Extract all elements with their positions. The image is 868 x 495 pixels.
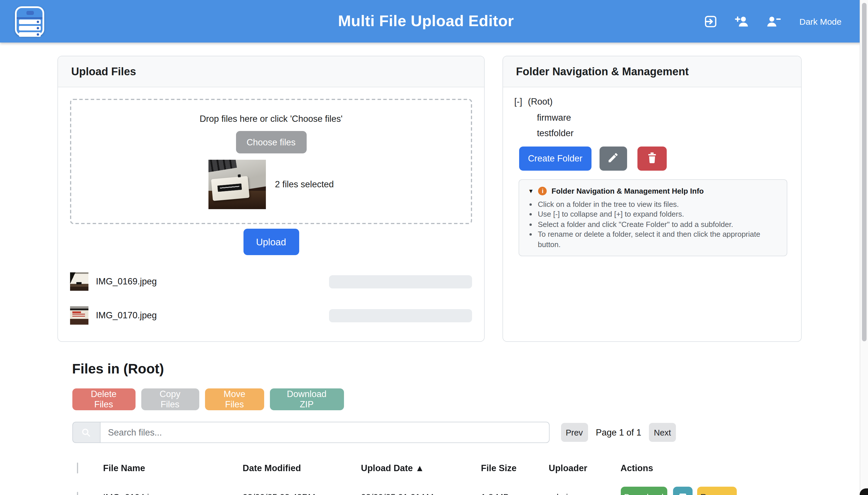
- rename-button[interactable]: Rename: [697, 487, 737, 495]
- info-icon: i: [538, 186, 547, 195]
- row-file-name: IMG_0194.jpeg: [99, 492, 238, 495]
- col-uploader[interactable]: Uploader: [544, 463, 616, 474]
- delete-files-button[interactable]: Delete Files: [72, 388, 135, 410]
- bulk-actions-row: Delete Files Copy Files Move Files Downl…: [72, 388, 344, 410]
- choose-files-button[interactable]: Choose files: [236, 131, 306, 153]
- tree-item-firmware[interactable]: firmware: [537, 109, 801, 125]
- files-table: File Name Date Modified Upload Date ▲ Fi…: [72, 457, 802, 495]
- add-user-icon[interactable]: [734, 14, 749, 29]
- queued-file-name: IMG_0170.jpeg: [96, 310, 157, 321]
- tree-item-root[interactable]: (Root): [528, 97, 553, 106]
- page-scrollbar-track[interactable]: [860, 0, 868, 495]
- upload-files-card: Upload Files Drop files here or click 'C…: [57, 56, 485, 342]
- help-bullet: Use [-] to collapse and [+] to expand fo…: [538, 209, 778, 219]
- tree-item-testfolder[interactable]: testfolder: [537, 125, 801, 141]
- next-page-button[interactable]: Next: [649, 423, 676, 442]
- row-upload-date: 03/09/25 01:01AM: [356, 492, 476, 495]
- files-section-title: Files in (Root): [72, 361, 164, 377]
- row-actions: Download Rename: [616, 487, 802, 495]
- row-date-modified: 03/09/25 03:43PM: [238, 492, 356, 495]
- upload-queue-row: IMG_0170.jpeg: [70, 306, 472, 325]
- table-header-row: File Name Date Modified Upload Date ▲ Fi…: [72, 457, 802, 480]
- dark-mode-toggle[interactable]: Dark Mode: [799, 16, 842, 26]
- col-actions: Actions: [616, 463, 802, 474]
- page-status: Page 1 of 1: [596, 427, 641, 438]
- prev-page-button[interactable]: Prev: [561, 423, 588, 442]
- page-scrollbar-thumb[interactable]: [862, 3, 867, 341]
- header-actions: Dark Mode: [703, 0, 842, 42]
- download-button[interactable]: Download: [620, 487, 667, 495]
- file-thumbnail: [70, 272, 88, 291]
- remove-user-icon[interactable]: [766, 14, 781, 29]
- app-header: Multi File Upload Editor: [0, 0, 868, 42]
- table-row: IMG_0194.jpeg 03/09/25 03:43PM 03/09/25 …: [72, 480, 802, 495]
- help-bullet: Click on a folder in the tree to view it…: [538, 199, 778, 209]
- col-date-modified[interactable]: Date Modified: [238, 463, 356, 474]
- col-upload-date-sorted[interactable]: Upload Date ▲: [356, 463, 476, 474]
- help-bullet-list: Click on a folder in the tree to view it…: [528, 199, 778, 249]
- file-thumbnail: [70, 306, 88, 325]
- caret-down-icon: ▼: [528, 188, 534, 194]
- folder-help-panel: ▼ i Folder Navigation & Management Help …: [518, 179, 787, 256]
- upload-progress-bar: [329, 275, 472, 288]
- trash-icon: [646, 152, 657, 166]
- create-folder-button[interactable]: Create Folder: [519, 146, 591, 171]
- help-panel-title: Folder Navigation & Management Help Info: [552, 186, 704, 195]
- help-bullet: To rename or delete a folder, select it …: [538, 229, 778, 249]
- tree-root-row: [-](Root): [514, 93, 801, 109]
- file-action-icon-button[interactable]: [673, 487, 692, 495]
- help-bullet: Select a folder and click "Create Folder…: [538, 219, 778, 229]
- upload-card-title: Upload Files: [58, 56, 484, 87]
- document-icon: [679, 494, 686, 495]
- upload-progress-bar: [329, 309, 472, 322]
- col-file-size[interactable]: File Size: [476, 463, 544, 474]
- row-uploader: admin: [544, 492, 616, 495]
- page: Multi File Upload Editor: [0, 0, 868, 495]
- row-checkbox[interactable]: [77, 492, 78, 495]
- move-files-button[interactable]: Move Files: [205, 388, 264, 410]
- pencil-icon: [607, 152, 619, 166]
- folder-tree: [-](Root) firmware testfolder: [514, 93, 801, 141]
- folder-management-card: Folder Navigation & Management [-](Root)…: [502, 56, 802, 342]
- copy-files-button[interactable]: Copy Files: [141, 388, 199, 410]
- search-group: [72, 422, 550, 443]
- file-dropzone[interactable]: Drop files here or click 'Choose files' …: [70, 99, 472, 224]
- dropzone-hint: Drop files here or click 'Choose files': [199, 114, 342, 124]
- col-file-name[interactable]: File Name: [99, 463, 238, 474]
- folder-card-title: Folder Navigation & Management: [503, 56, 801, 87]
- upload-button[interactable]: Upload: [243, 229, 299, 255]
- rename-folder-button[interactable]: [599, 146, 627, 171]
- search-and-pagination-row: Prev Page 1 of 1 Next: [72, 422, 676, 443]
- help-panel-header[interactable]: ▼ i Folder Navigation & Management Help …: [528, 186, 778, 195]
- download-zip-button[interactable]: Download ZIP: [270, 388, 344, 410]
- login-icon[interactable]: [703, 14, 718, 29]
- search-input[interactable]: [100, 422, 550, 443]
- row-file-size: 1.8 MB: [476, 492, 544, 495]
- select-all-checkbox[interactable]: [77, 463, 78, 474]
- queued-file-name: IMG_0169.jpeg: [96, 276, 157, 287]
- delete-folder-button[interactable]: [637, 146, 667, 171]
- selected-files-preview-image: [208, 160, 266, 209]
- selected-files-count: 2 files selected: [275, 179, 334, 190]
- upload-queue-row: IMG_0169.jpeg: [70, 272, 472, 291]
- collapse-toggle[interactable]: [-]: [514, 97, 522, 106]
- search-icon[interactable]: [72, 422, 100, 443]
